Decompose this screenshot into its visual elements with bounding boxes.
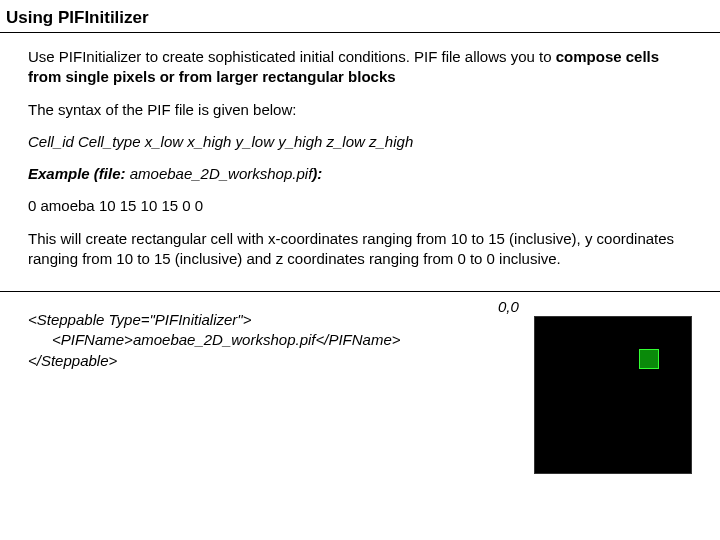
origin-label: 0,0: [498, 298, 519, 315]
xml-pifname-close: </PIFName>: [316, 331, 401, 348]
slide-page: Using PIFInitilizer Use PIFInitializer t…: [0, 0, 720, 540]
example-label-a: Example (file:: [28, 165, 130, 182]
slide-body: Use PIFInitializer to create sophisticat…: [0, 33, 720, 291]
intro-text-a: Use PIFInitializer to create sophisticat…: [28, 48, 556, 65]
xml-pifname-open: <PIFName>: [52, 331, 133, 348]
example-filename: amoebae_2D_workshop.pif: [130, 165, 313, 182]
example-label-c: ):: [312, 165, 322, 182]
lower-section: 0,0 <Steppable Type="PIFInitializer"> <P…: [0, 292, 720, 371]
explanation: This will create rectangular cell with x…: [28, 229, 692, 270]
slide-title: Using PIFInitilizer: [0, 0, 720, 33]
xml-close-tag: </Steppable>: [28, 352, 117, 369]
xml-open-tag: <Steppable Type="PIFInitializer">: [28, 311, 251, 328]
syntax-intro: The syntax of the PIF file is given belo…: [28, 100, 692, 120]
lattice-visualization: [534, 316, 692, 474]
xml-pifname-text: amoebae_2D_workshop.pif: [133, 331, 316, 348]
intro-paragraph: Use PIFInitializer to create sophisticat…: [28, 47, 692, 88]
example-value: 0 amoeba 10 15 10 15 0 0: [28, 196, 692, 216]
amoeba-cell: [639, 349, 659, 369]
example-header: Example (file: amoebae_2D_workshop.pif):: [28, 164, 692, 184]
syntax-line: Cell_id Cell_type x_low x_high y_low y_h…: [28, 132, 692, 152]
